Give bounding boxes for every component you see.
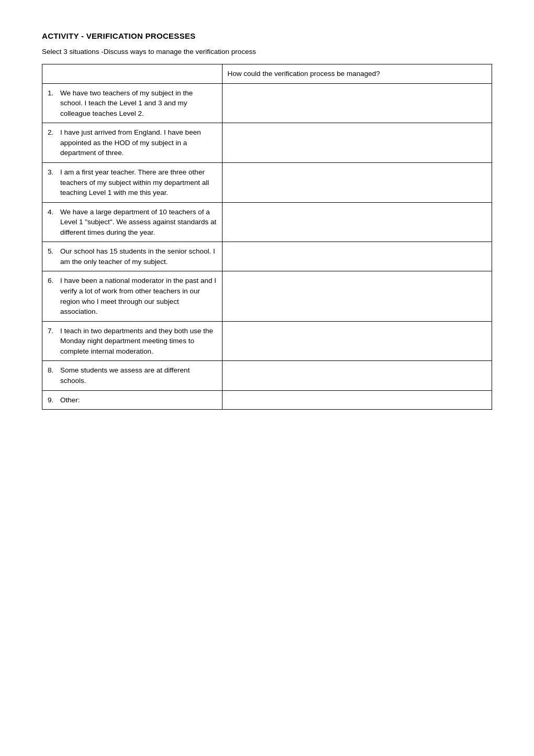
item-text-1: We have two teachers of my subject in th… <box>60 88 217 119</box>
item-text-3: I am a first year teacher. There are thr… <box>60 167 217 198</box>
item-text-5: Our school has 15 students in the senior… <box>60 246 217 267</box>
management-cell-5 <box>222 242 492 271</box>
item-text-8: Some students we assess are at different… <box>60 365 217 386</box>
item-text-4: We have a large department of 10 teacher… <box>60 207 217 238</box>
management-cell-2 <box>222 123 492 163</box>
item-text-9: Other: <box>60 395 80 406</box>
management-cell-6 <box>222 271 492 321</box>
col-header-situation <box>42 64 222 84</box>
management-cell-8 <box>222 361 492 390</box>
situation-cell-5: 5.Our school has 15 students in the seni… <box>42 242 222 271</box>
management-cell-4 <box>222 202 492 242</box>
item-number-6: 6. <box>48 276 57 316</box>
activity-table: How could the verification process be ma… <box>42 64 492 410</box>
management-cell-3 <box>222 162 492 202</box>
item-number-2: 2. <box>48 127 57 158</box>
situation-cell-7: 7.I teach in two departments and they bo… <box>42 321 222 361</box>
item-number-3: 3. <box>48 167 57 198</box>
situation-cell-2: 2.I have just arrived from England. I ha… <box>42 123 222 163</box>
item-text-7: I teach in two departments and they both… <box>60 326 217 357</box>
item-text-6: I have been a national moderator in the … <box>60 276 217 316</box>
situation-cell-1: 1.We have two teachers of my subject in … <box>42 83 222 123</box>
item-text-2: I have just arrived from England. I have… <box>60 127 217 158</box>
situation-cell-6: 6.I have been a national moderator in th… <box>42 271 222 321</box>
management-cell-9 <box>222 390 492 410</box>
item-number-4: 4. <box>48 207 57 238</box>
item-number-5: 5. <box>48 246 57 267</box>
item-number-1: 1. <box>48 88 57 119</box>
situation-cell-9: 9.Other: <box>42 390 222 410</box>
situation-cell-8: 8.Some students we assess are at differe… <box>42 361 222 390</box>
situation-cell-4: 4.We have a large department of 10 teach… <box>42 202 222 242</box>
subtitle: Select 3 situations -Discuss ways to man… <box>42 48 492 56</box>
page-title: ACTIVITY - VERIFICATION PROCESSES <box>42 31 492 40</box>
management-cell-1 <box>222 83 492 123</box>
item-number-8: 8. <box>48 365 57 386</box>
situation-cell-3: 3.I am a first year teacher. There are t… <box>42 162 222 202</box>
management-cell-7 <box>222 321 492 361</box>
col-header-management: How could the verification process be ma… <box>222 64 492 84</box>
item-number-7: 7. <box>48 326 57 357</box>
item-number-9: 9. <box>48 395 57 406</box>
